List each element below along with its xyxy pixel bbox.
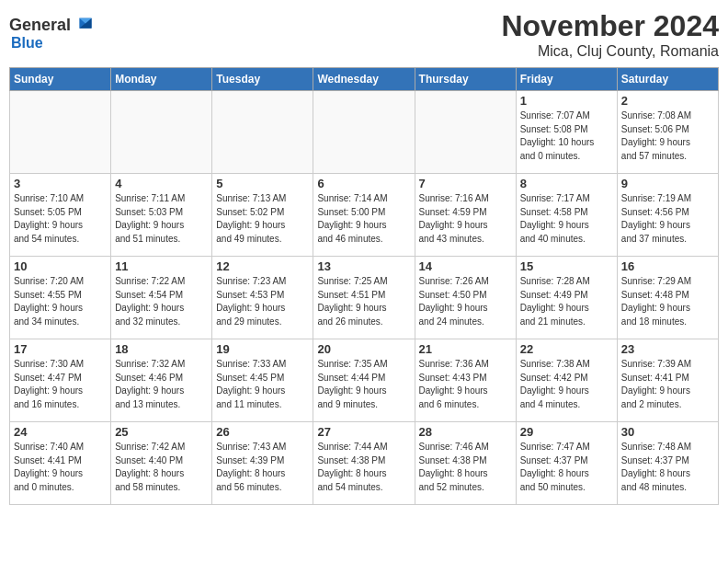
calendar-day-cell: 10Sunrise: 7:20 AM Sunset: 4:55 PM Dayli…	[10, 257, 111, 339]
day-number: 20	[317, 342, 410, 356]
calendar-header-row: SundayMondayTuesdayWednesdayThursdayFrid…	[10, 68, 719, 91]
logo-icon	[73, 15, 93, 35]
day-number: 23	[621, 342, 714, 356]
calendar-day-cell: 13Sunrise: 7:25 AM Sunset: 4:51 PM Dayli…	[313, 257, 415, 339]
calendar-day-cell	[415, 91, 516, 174]
day-number: 11	[115, 259, 208, 273]
day-number: 19	[216, 342, 309, 356]
calendar-week-row: 24Sunrise: 7:40 AM Sunset: 4:41 PM Dayli…	[10, 422, 719, 505]
calendar-day-cell: 17Sunrise: 7:30 AM Sunset: 4:47 PM Dayli…	[10, 339, 111, 422]
calendar-header-cell: Wednesday	[313, 68, 415, 91]
calendar-table: SundayMondayTuesdayWednesdayThursdayFrid…	[9, 67, 719, 505]
day-number: 6	[317, 177, 410, 190]
calendar-day-cell: 26Sunrise: 7:43 AM Sunset: 4:39 PM Dayli…	[212, 422, 313, 505]
calendar-day-cell	[111, 91, 212, 174]
day-number: 12	[216, 259, 309, 273]
calendar-header-cell: Tuesday	[212, 68, 313, 91]
day-number: 7	[419, 177, 512, 190]
day-number: 2	[621, 94, 714, 108]
day-info: Sunrise: 7:26 AM Sunset: 4:50 PM Dayligh…	[419, 275, 512, 328]
title-area: November 2024 Mica, Cluj County, Romania	[501, 9, 719, 60]
day-info: Sunrise: 7:48 AM Sunset: 4:37 PM Dayligh…	[621, 441, 714, 494]
day-info: Sunrise: 7:43 AM Sunset: 4:39 PM Dayligh…	[216, 441, 309, 494]
calendar-day-cell: 24Sunrise: 7:40 AM Sunset: 4:41 PM Dayli…	[10, 422, 111, 505]
calendar-day-cell: 8Sunrise: 7:17 AM Sunset: 4:58 PM Daylig…	[516, 174, 617, 257]
day-info: Sunrise: 7:22 AM Sunset: 4:54 PM Dayligh…	[115, 275, 208, 328]
calendar-day-cell	[10, 91, 111, 174]
calendar-body: 1Sunrise: 7:07 AM Sunset: 5:08 PM Daylig…	[10, 91, 719, 505]
calendar-day-cell: 21Sunrise: 7:36 AM Sunset: 4:43 PM Dayli…	[415, 339, 516, 422]
calendar-day-cell: 23Sunrise: 7:39 AM Sunset: 4:41 PM Dayli…	[617, 339, 718, 422]
day-number: 13	[317, 259, 410, 273]
calendar-day-cell: 29Sunrise: 7:47 AM Sunset: 4:37 PM Dayli…	[516, 422, 617, 505]
day-info: Sunrise: 7:14 AM Sunset: 5:00 PM Dayligh…	[317, 192, 410, 246]
day-number: 10	[14, 259, 107, 273]
day-info: Sunrise: 7:13 AM Sunset: 5:02 PM Dayligh…	[216, 192, 309, 246]
day-info: Sunrise: 7:23 AM Sunset: 4:53 PM Dayligh…	[216, 275, 309, 328]
day-number: 25	[115, 425, 208, 439]
calendar-day-cell: 22Sunrise: 7:38 AM Sunset: 4:42 PM Dayli…	[516, 339, 617, 422]
calendar-day-cell: 19Sunrise: 7:33 AM Sunset: 4:45 PM Dayli…	[212, 339, 313, 422]
calendar-header-cell: Saturday	[617, 68, 718, 91]
calendar-day-cell: 14Sunrise: 7:26 AM Sunset: 4:50 PM Dayli…	[415, 257, 516, 339]
day-info: Sunrise: 7:19 AM Sunset: 4:56 PM Dayligh…	[621, 192, 714, 246]
day-info: Sunrise: 7:08 AM Sunset: 5:06 PM Dayligh…	[621, 109, 714, 163]
calendar-week-row: 10Sunrise: 7:20 AM Sunset: 4:55 PM Dayli…	[10, 257, 719, 339]
day-info: Sunrise: 7:33 AM Sunset: 4:45 PM Dayligh…	[216, 358, 309, 411]
day-number: 27	[317, 425, 410, 439]
day-info: Sunrise: 7:42 AM Sunset: 4:40 PM Dayligh…	[115, 441, 208, 494]
day-number: 28	[419, 425, 512, 439]
calendar-day-cell: 9Sunrise: 7:19 AM Sunset: 4:56 PM Daylig…	[617, 174, 718, 257]
calendar-header-cell: Sunday	[10, 68, 111, 91]
day-number: 22	[520, 342, 613, 356]
logo: General Blue	[9, 9, 93, 52]
calendar-day-cell: 11Sunrise: 7:22 AM Sunset: 4:54 PM Dayli…	[111, 257, 212, 339]
calendar-day-cell: 1Sunrise: 7:07 AM Sunset: 5:08 PM Daylig…	[516, 91, 617, 174]
day-number: 1	[520, 94, 613, 108]
day-info: Sunrise: 7:16 AM Sunset: 4:59 PM Dayligh…	[419, 192, 512, 246]
day-number: 15	[520, 259, 613, 273]
day-number: 5	[216, 177, 309, 190]
calendar-day-cell: 2Sunrise: 7:08 AM Sunset: 5:06 PM Daylig…	[617, 91, 718, 174]
calendar-header-cell: Monday	[111, 68, 212, 91]
day-number: 4	[115, 177, 208, 190]
calendar-day-cell: 6Sunrise: 7:14 AM Sunset: 5:00 PM Daylig…	[313, 174, 415, 257]
day-info: Sunrise: 7:30 AM Sunset: 4:47 PM Dayligh…	[14, 358, 107, 411]
logo-blue-label: Blue	[11, 35, 43, 51]
day-info: Sunrise: 7:36 AM Sunset: 4:43 PM Dayligh…	[419, 358, 512, 411]
day-number: 30	[621, 425, 714, 439]
calendar-day-cell: 15Sunrise: 7:28 AM Sunset: 4:49 PM Dayli…	[516, 257, 617, 339]
day-number: 29	[520, 425, 613, 439]
day-info: Sunrise: 7:11 AM Sunset: 5:03 PM Dayligh…	[115, 192, 208, 246]
calendar-day-cell: 4Sunrise: 7:11 AM Sunset: 5:03 PM Daylig…	[111, 174, 212, 257]
day-info: Sunrise: 7:35 AM Sunset: 4:44 PM Dayligh…	[317, 358, 410, 411]
day-info: Sunrise: 7:32 AM Sunset: 4:46 PM Dayligh…	[115, 358, 208, 411]
day-number: 24	[14, 425, 107, 439]
day-number: 14	[419, 259, 512, 273]
day-number: 18	[115, 342, 208, 356]
day-number: 3	[14, 177, 107, 190]
calendar-day-cell: 27Sunrise: 7:44 AM Sunset: 4:38 PM Dayli…	[313, 422, 415, 505]
calendar-header-cell: Friday	[516, 68, 617, 91]
calendar-day-cell: 3Sunrise: 7:10 AM Sunset: 5:05 PM Daylig…	[10, 174, 111, 257]
day-number: 17	[14, 342, 107, 356]
day-info: Sunrise: 7:10 AM Sunset: 5:05 PM Dayligh…	[14, 192, 107, 246]
day-info: Sunrise: 7:28 AM Sunset: 4:49 PM Dayligh…	[520, 275, 613, 328]
day-number: 8	[520, 177, 613, 190]
calendar-header-cell: Thursday	[415, 68, 516, 91]
day-info: Sunrise: 7:40 AM Sunset: 4:41 PM Dayligh…	[14, 441, 107, 494]
calendar-week-row: 1Sunrise: 7:07 AM Sunset: 5:08 PM Daylig…	[10, 91, 719, 174]
day-number: 21	[419, 342, 512, 356]
logo-general-text: General	[9, 16, 71, 35]
day-info: Sunrise: 7:44 AM Sunset: 4:38 PM Dayligh…	[317, 441, 410, 494]
calendar-week-row: 17Sunrise: 7:30 AM Sunset: 4:47 PM Dayli…	[10, 339, 719, 422]
calendar-day-cell: 16Sunrise: 7:29 AM Sunset: 4:48 PM Dayli…	[617, 257, 718, 339]
calendar-day-cell	[313, 91, 415, 174]
month-title: November 2024	[501, 9, 719, 43]
calendar-day-cell: 18Sunrise: 7:32 AM Sunset: 4:46 PM Dayli…	[111, 339, 212, 422]
day-info: Sunrise: 7:20 AM Sunset: 4:55 PM Dayligh…	[14, 275, 107, 328]
day-info: Sunrise: 7:39 AM Sunset: 4:41 PM Dayligh…	[621, 358, 714, 411]
calendar-day-cell: 7Sunrise: 7:16 AM Sunset: 4:59 PM Daylig…	[415, 174, 516, 257]
calendar-day-cell: 30Sunrise: 7:48 AM Sunset: 4:37 PM Dayli…	[617, 422, 718, 505]
day-info: Sunrise: 7:46 AM Sunset: 4:38 PM Dayligh…	[419, 441, 512, 494]
